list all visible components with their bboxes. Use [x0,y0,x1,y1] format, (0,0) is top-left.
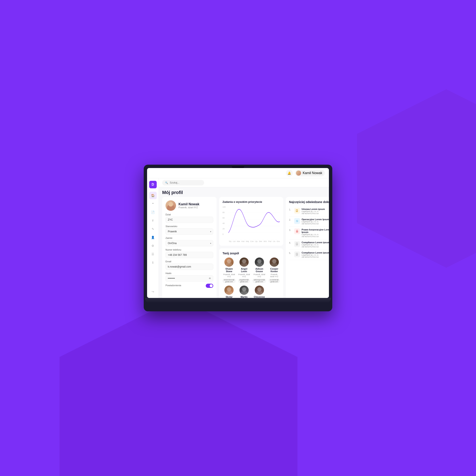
sidebar-item-info[interactable]: ℹ [149,259,157,266]
svg-rect-8 [296,209,298,212]
team-member-cheyenne: Cheyenne Culhane [253,286,266,298]
y-label-20: 20 [222,228,226,230]
notification-bell[interactable]: 🔔 [286,170,293,176]
svg-rect-17 [296,244,297,244]
x-label-sty: Sty [229,240,232,242]
avatar-cooper [270,257,279,267]
doc-name-2: Operacyjne Lorem Ipsum [302,218,329,221]
sidebar-item-home[interactable]: 🏠 [149,192,157,199]
x-label-wrz: Wrz [264,240,267,242]
chart-area: 100 80 60 40 20 0 [222,206,280,239]
svg-rect-14 [296,243,298,245]
profile-header: Kamil Nowak Prawnik, dział XYZ [166,200,213,211]
header-user-name: Kamil Nowak [303,171,322,175]
user-avatar-small [296,170,301,176]
sidebar-item-quotes[interactable]: ❝ [149,200,157,208]
sidebar-item-user[interactable]: 👤 [149,234,157,241]
y-label-80: 80 [222,211,226,214]
member-name-cooper: Cooper Kenter [269,268,280,272]
doc-item-1[interactable]: 1. Umowa Lorem ipsum LegalSpot sp. z o. … [289,206,329,216]
password-input[interactable] [166,275,213,282]
x-label-lis: Lis [273,240,275,242]
password-label: Hasło [166,272,213,274]
password-eye-icon[interactable]: 👁 [209,277,211,280]
doc-icon-2 [294,218,300,224]
sidebar-item-text[interactable]: T [149,217,157,224]
svg-rect-10 [296,210,298,211]
doc-num-3: 3. [289,228,292,231]
member-role-angel: Prawnik, dział XYZ [238,273,250,278]
y-label-40: 40 [222,222,226,224]
password-wrapper: 👁 [166,275,213,282]
member-email-angel: angellevin@ gmail.com [238,278,250,283]
sidebar-item-logout[interactable]: ↪ [149,288,157,295]
member-name-angel: Angel Levin [238,268,250,272]
doc-info-3: Prawo korporacyjne Lorem Ipsum LegalSpot… [302,228,329,238]
main-content: 🔍 Mój profil Kamil Nowak [159,178,329,298]
phone-input[interactable] [166,252,213,258]
doc-name-5: Compliance Lorem ipsum [302,251,329,254]
doc-name-4: Compliance Lorem ipsum [302,241,329,244]
chart-svg [222,206,280,239]
chart-title: Zadania o wysokim priorytecie [222,200,280,204]
member-name-martin: Martin Botosh [238,296,250,298]
member-email-adison: adisongouse@ gmail.com [253,278,266,283]
chart-card: Zadania o wysokim priorytecie 100 80 60 … [219,197,283,246]
pronouns-group: Zaimki On/Ona [166,237,213,246]
doc-name-1: Umowa Lorem ipsum [302,208,329,210]
page-title: Mój profil [159,187,329,197]
sidebar: D 🏠 ❝ 📄 T ✎ 👤 ⚙ ☰ ℹ ↪ [147,178,159,298]
doc-icon-5 [294,251,300,257]
x-label-lut: Lut [233,240,236,242]
doc-num-5: 5. [289,251,292,254]
sidebar-item-documents[interactable]: 📄 [149,208,157,216]
doc-company1-4: LegalSpot sp. z o. o. [302,244,329,246]
x-label-maj: Maj [246,240,249,242]
doc-item-5[interactable]: 5. Compliance Lorem ipsum LegalSpot sp. … [289,250,329,260]
doc-num-1: 1. [289,208,292,211]
doc-item-4[interactable]: 4. Compliance Lorem ipsum LegalSpot sp. … [289,239,329,250]
doc-company1-2: LegalSpot sp. z o. o. [302,221,329,223]
search-input[interactable] [170,181,199,184]
notifications-label: Powiadomienia [166,284,181,287]
svg-marker-1 [60,298,298,476]
doc-info-2: Operacyjne Lorem Ipsum LegalSpot sp. z o… [302,218,329,225]
doc-company1-1: LegalSpot sp. z o. o. [302,210,329,212]
svg-rect-18 [296,253,298,255]
department-group: Dział [166,213,213,223]
svg-rect-9 [296,210,298,210]
position-select-wrapper: Prawnik [166,228,213,235]
doc-item-3[interactable]: 3. Prawo korporacyjne Lorem Ipsum LegalS… [289,227,329,239]
doc-company2-3: AB NOVATUTAS SA [302,236,329,238]
sidebar-item-settings[interactable]: ⚙ [149,242,157,250]
team-member-shawn: Shawn Stone Prawnik, dział XYZ shawnston… [222,257,236,283]
docs-panel: Najczęściej odwiedzane dokumenty 1. Umow… [286,197,329,298]
content-grid: Kamil Nowak Prawnik, dział XYZ Dział Sta… [159,197,329,298]
x-label-paz: Paź [268,240,272,242]
doc-item-2[interactable]: 2. Operacyjne Lorem Ipsum LegalSpot sp. … [289,216,329,227]
member-role-adison: Prawnik, dział XYZ [253,273,266,278]
avatar-cheyenne [255,286,264,295]
avatar-adison [255,257,264,267]
sidebar-logo[interactable]: D [149,181,157,188]
doc-info-5: Compliance Lorem ipsum LegalSpot sp. z o… [302,251,329,258]
email-input[interactable] [166,264,213,270]
team-card: Twój zespół Shawn Stone Prawnik, dział X… [219,248,283,298]
department-input[interactable] [166,217,213,223]
pronouns-select[interactable]: On/Ona [166,240,213,246]
camera-notch [232,166,244,168]
x-label-mar: Mar [237,240,240,242]
profile-avatar [166,200,176,211]
profile-panel: Kamil Nowak Prawnik, dział XYZ Dział Sta… [162,197,217,298]
svg-rect-21 [296,254,297,255]
doc-icon-3 [294,228,300,234]
position-select[interactable]: Prawnik [166,228,213,235]
sidebar-item-edit[interactable]: ✎ [149,225,157,233]
doc-company1-5: LegalSpot sp. z o. o. [302,254,329,256]
notifications-toggle[interactable] [206,284,213,288]
doc-icon-4 [294,241,300,247]
x-label-sier: Sier [259,240,262,242]
svg-rect-16 [296,244,298,244]
sidebar-item-list[interactable]: ☰ [149,250,157,258]
user-badge[interactable]: Kamil Nowak [295,170,325,176]
